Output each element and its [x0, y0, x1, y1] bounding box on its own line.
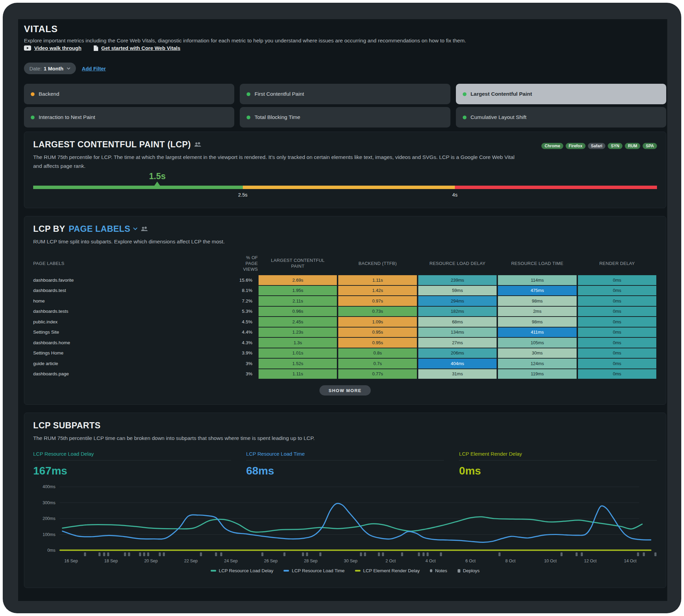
- y-axis-label: 400ms: [42, 484, 55, 489]
- series-lcp-resource-load-delay: [62, 517, 642, 532]
- add-filter-link[interactable]: Add Filter: [82, 66, 106, 71]
- metric-tab-total-blocking-time[interactable]: Total Blocking Time: [240, 107, 450, 128]
- y-axis-label: 100ms: [42, 532, 55, 537]
- deploy-marker: [401, 552, 403, 556]
- table-row: guide article3%1.52s0.7s404ms124ms0ms: [33, 358, 657, 369]
- row-page-views: 4.3%: [207, 337, 258, 348]
- dimension-selector[interactable]: PAGE LABELS: [69, 224, 137, 234]
- deploy-marker: [576, 552, 578, 556]
- subparts-description: The RUM 75th percentile LCP time can be …: [33, 434, 517, 443]
- row-page-label[interactable]: dashboards.tests: [33, 306, 207, 317]
- y-axis-label: 0ms: [47, 548, 55, 553]
- status-dot-icon: [463, 92, 466, 96]
- cell-lcp: 1.52s: [259, 359, 337, 369]
- lcp-gauge-ticks: 2.5s4s: [33, 191, 657, 200]
- users-icon: [194, 142, 201, 147]
- deploy-marker: [84, 552, 86, 556]
- cell-rlt: 124ms: [498, 359, 576, 369]
- lcp-panel-description: The RUM 75th percentile for LCP. The tim…: [33, 153, 517, 171]
- row-page-label[interactable]: dashboards.page: [33, 369, 207, 379]
- cell-ttfb: 0.97s: [338, 296, 417, 306]
- table-body: dashboards.favorite15.6%2.69s1.11s239ms1…: [33, 275, 657, 379]
- subpart-metric-label[interactable]: LCP Resource Load Delay: [33, 451, 231, 460]
- deploy-marker: [261, 552, 263, 556]
- x-axis-label: 6 Oct: [465, 559, 476, 563]
- filter-bar: Date: 1 Month Add Filter: [24, 63, 666, 74]
- metric-tab-backend[interactable]: Backend: [24, 84, 234, 104]
- row-page-label[interactable]: dashboards.favorite: [33, 275, 207, 285]
- y-axis-label: 200ms: [42, 516, 55, 521]
- legend-item-notes[interactable]: Notes: [430, 568, 447, 573]
- cell-rd: 0ms: [578, 317, 656, 327]
- video-walkthrough-link[interactable]: Video walk through: [24, 45, 81, 51]
- row-page-label[interactable]: Settings Home: [33, 348, 207, 359]
- subpart-metric-label[interactable]: LCP Element Render Delay: [459, 451, 657, 460]
- cell-rd: 0ms: [578, 286, 656, 296]
- deploy-marker: [654, 552, 656, 556]
- subparts-metrics: LCP Resource Load Delay167msLCP Resource…: [33, 451, 657, 477]
- page-title: VITALS: [24, 24, 666, 35]
- deploy-marker: [561, 552, 563, 556]
- deploy-marker: [200, 552, 202, 556]
- cell-rlt: 411ms: [498, 327, 576, 337]
- badge-rum: RUM: [625, 143, 640, 149]
- gauge-tick-label: 2.5s: [238, 192, 247, 198]
- row-page-label[interactable]: Settings Site: [33, 327, 207, 338]
- series-lcp-resource-load-time: [62, 504, 650, 543]
- gauge-tick-label: 4s: [452, 192, 457, 198]
- page-labels-table: PAGE LABELS% OF PAGE VIEWSLARGEST CONTEN…: [33, 252, 657, 379]
- browser-badges: ChromeFirefoxSafariSYNRUMSPA: [541, 143, 657, 149]
- note-marker-icon: [430, 569, 432, 572]
- row-page-label[interactable]: home: [33, 296, 207, 306]
- show-more-button[interactable]: SHOW MORE: [319, 385, 371, 396]
- x-axis-label: 16 Sep: [64, 559, 78, 563]
- deploy-marker: [147, 552, 149, 556]
- subpart-metric-value: 167ms: [33, 465, 231, 477]
- legend-item-deploys[interactable]: Deploys: [458, 568, 480, 573]
- video-icon: [24, 45, 31, 51]
- date-filter-dropdown[interactable]: Date: 1 Month: [24, 63, 76, 74]
- x-axis-label: 4 Oct: [425, 559, 436, 563]
- document-icon: [94, 45, 98, 51]
- row-page-label[interactable]: dashboards.home: [33, 337, 207, 348]
- badge-syn: SYN: [608, 143, 622, 149]
- metric-tab-interaction-to-next-paint[interactable]: Interaction to Next Paint: [24, 107, 234, 128]
- column-header-largest-contentful-paint: LARGEST CONTENTFUL PAINT: [258, 257, 338, 269]
- x-axis-label: 2 Oct: [385, 559, 396, 563]
- get-started-link[interactable]: Get started with Core Web Vitals: [94, 45, 180, 51]
- status-dot-icon: [31, 116, 35, 119]
- legend-label: LCP Resource Load Time: [292, 568, 344, 573]
- cell-rd: 0ms: [578, 327, 656, 337]
- table-row: Settings Site4.4%1.23s0.95s134ms411ms0ms: [33, 327, 657, 338]
- cell-lcp: 2.11s: [259, 296, 337, 306]
- cell-ttfb: 0.8s: [338, 348, 417, 358]
- status-dot-icon: [247, 116, 250, 119]
- subpart-metric-lcp-element-render-delay: LCP Element Render Delay0ms: [459, 451, 657, 477]
- legend-item-lcp-resource-load-delay[interactable]: LCP Resource Load Delay: [211, 568, 274, 573]
- legend-item-lcp-resource-load-time[interactable]: LCP Resource Load Time: [284, 568, 344, 573]
- legend-item-lcp-element-render-delay[interactable]: LCP Element Render Delay: [355, 568, 420, 573]
- subparts-title: LCP SUBPARTS: [33, 420, 657, 430]
- metric-tab-largest-contentful-paint[interactable]: Largest Contentful Paint: [456, 84, 666, 104]
- x-axis-label: 8 Oct: [505, 559, 516, 563]
- metric-tab-first-contentful-paint[interactable]: First Contentful Paint: [240, 84, 450, 104]
- deploy-marker: [382, 552, 384, 556]
- column-header-render-delay: RENDER DELAY: [577, 260, 657, 266]
- cell-lcp: 1.01s: [259, 348, 337, 358]
- metric-tabs: BackendFirst Contentful PaintLargest Con…: [24, 84, 666, 128]
- cell-ttfb: 1.11s: [338, 275, 417, 285]
- cell-rlt: 98ms: [498, 317, 576, 327]
- subpart-metric-lcp-resource-load-time: LCP Resource Load Time68ms: [246, 451, 444, 477]
- x-axis-label: 22 Sep: [184, 559, 198, 563]
- legend-dash-icon: [284, 570, 289, 572]
- cell-rlt: 2ms: [498, 307, 576, 317]
- row-page-label[interactable]: guide article: [33, 358, 207, 369]
- row-page-label[interactable]: dashboards.test: [33, 285, 207, 296]
- badge-chrome: Chrome: [541, 143, 563, 149]
- row-page-label[interactable]: public.index: [33, 317, 207, 327]
- deploy-marker: [159, 552, 161, 556]
- chevron-down-icon: [133, 227, 137, 230]
- subpart-metric-label[interactable]: LCP Resource Load Time: [246, 451, 444, 460]
- legend-dash-icon: [355, 570, 360, 572]
- metric-tab-cumulative-layout-shift[interactable]: Cumulative Layout Shift: [456, 107, 666, 128]
